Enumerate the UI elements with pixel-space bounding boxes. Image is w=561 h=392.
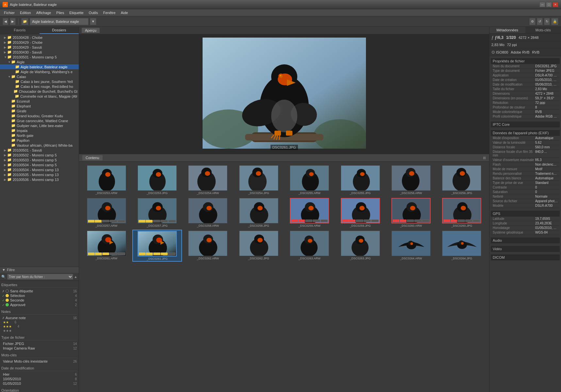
filter-row-no-keyword[interactable]: Valeur Mots-clés inexistante 26 xyxy=(1,359,77,364)
thumb-DSC0260-ARW[interactable]: _DSC0260.ARW xyxy=(386,197,436,228)
thumb-DSC0254-ARW[interactable]: _DSC0254.ARW xyxy=(183,164,233,196)
sort-dropdown[interactable]: Trier par Nom du fichier : xyxy=(7,274,73,280)
filter-row-hier[interactable]: Hier 6 xyxy=(1,372,77,377)
folder-tree[interactable]: ▶ 📁 20100428 - Chobe ▶ 📁 20100429 - Chob… xyxy=(0,34,79,267)
tree-item-bateleur[interactable]: 📁 Aigle bateleur, Bateleur eagle xyxy=(0,64,79,69)
filter-row-date1[interactable]: 10/05/2010 8 xyxy=(1,377,77,381)
tree-item-calao-jaune[interactable]: 📁 Calao à bec jaune, Southern Yell xyxy=(0,79,79,84)
filter-row-no-label[interactable]: ✗ Sans étiquette 16 xyxy=(1,289,77,293)
filter-row-seconde[interactable]: ✓ Seconde 4 xyxy=(1,298,77,302)
menu-outils[interactable]: Outils xyxy=(86,10,101,15)
thumb-DSC0263-ARW[interactable]: _DSC0263.ARW xyxy=(285,230,334,262)
thumb-DSC0254-JPG[interactable]: _DSC0254.JPG xyxy=(234,164,283,196)
tree-item-chobe1[interactable]: ▶ 📁 20100428 - Chobe xyxy=(0,35,79,40)
tree-item-moremi5[interactable]: ▶ 📁 20100504 - Moremi camp 13 xyxy=(0,167,79,172)
tree-item-calao[interactable]: ▼ 📁 Calao xyxy=(0,74,79,79)
menu-aide[interactable]: Aide xyxy=(118,10,131,15)
thumb-DSC0264-ARW[interactable]: _DSC0264.ARW xyxy=(386,230,436,262)
filter-row-2stars[interactable]: ★★ 6 xyxy=(1,320,77,324)
menu-fenetre[interactable]: Fenêtre xyxy=(101,10,118,15)
thumb-DSC0260-JPG[interactable]: _DSC0260.JPG xyxy=(437,197,487,228)
tree-item-papillon[interactable]: 📁 Papillon xyxy=(0,138,79,143)
thumb-DSC0258-ARW[interactable]: _DSC0258.ARW xyxy=(183,197,233,228)
toolbar-btn-3[interactable]: ↻ xyxy=(544,18,550,25)
tree-item-choucador[interactable]: 📁 Choucador de Burchell, Burchell's Gl xyxy=(0,89,79,94)
menu-fichier[interactable]: Fichier xyxy=(1,10,17,15)
thumb-DSC0264-JPG[interactable]: _DSC0264.JPG xyxy=(437,230,487,262)
path-dropdown-button[interactable]: ▼ xyxy=(90,18,96,25)
tree-item-moremi1[interactable]: ▼ 📁 20100501 - Moremi camp 5 xyxy=(0,55,79,59)
tree-item-savuti3[interactable]: ▶ 📁 20100501 - Savuti xyxy=(0,148,79,153)
filter-row-raw[interactable]: Image Camera Raw 12 xyxy=(1,346,77,351)
tree-item-moremi6[interactable]: ▶ 📁 20100505 - Moremi camp 13 xyxy=(0,172,79,177)
meta-header-properties[interactable]: Propriétés de fichier xyxy=(491,58,560,64)
thumb-DSC0262-JPG[interactable]: _DSC0262.JPG xyxy=(234,230,283,262)
thumb-DSC0257-JPG[interactable]: _DSC0257.JPG xyxy=(132,197,182,228)
thumb-DSC0259-ARW[interactable]: _DSC0259.ARW xyxy=(285,197,334,228)
tree-item-kudu[interactable]: 📁 Grand koudou, Greater Kudu xyxy=(0,113,79,118)
tree-item-moremi3[interactable]: ▶ 📁 20100503 - Moremi camp 5 xyxy=(0,157,79,162)
minimize-button[interactable]: ─ xyxy=(539,2,545,7)
forward-button[interactable]: ▶ xyxy=(10,18,16,25)
thumb-DSC0258-JPG[interactable]: _DSC0258.JPG xyxy=(234,197,283,228)
tree-item-chobe2[interactable]: ▶ 📁 20100429 - Chobe xyxy=(0,40,79,45)
filter-row-approuve[interactable]: ✓ Approuvé 2 xyxy=(1,302,77,307)
thumb-DSC0253-ARW[interactable]: _DSC0253.ARW xyxy=(82,164,131,196)
preview-tab[interactable]: Aperçu xyxy=(82,28,100,33)
content-tab-label[interactable]: Contenu xyxy=(82,155,103,160)
thumb-DSC0262-ARW[interactable]: _DSC0262.ARW xyxy=(183,230,233,262)
toolbar-btn-1[interactable]: ⚙ xyxy=(529,18,536,25)
menu-etiquette[interactable]: Etiquette xyxy=(67,10,86,15)
sort-direction-icon[interactable]: ▲ xyxy=(74,275,77,279)
filter-row-jpeg[interactable]: Fichier JPEG 14 xyxy=(1,341,77,346)
tree-item-impala[interactable]: 📁 Impala xyxy=(0,128,79,133)
tree-item-moremi4[interactable]: ▶ 📁 20100504 - Moremi camp 5 xyxy=(0,162,79,167)
thumb-DSC0256-JPG[interactable]: _DSC0256.JPG xyxy=(437,164,487,196)
filter-row-3stars-2[interactable]: ★★★ xyxy=(1,329,77,333)
maximize-button[interactable]: □ xyxy=(546,2,552,7)
tab-metadata[interactable]: Métadonnées xyxy=(489,27,525,33)
toolbar-btn-2[interactable]: ↺ xyxy=(537,18,543,25)
tree-item-corvinelle[interactable]: 📁 Corvinelle noir et blanc, Magpie (Afr xyxy=(0,94,79,99)
filter-row-3stars[interactable]: ★★★ 4 xyxy=(1,324,77,329)
meta-header-dicom[interactable]: DICOM xyxy=(491,254,560,260)
thumb-DSC0253-JPG[interactable]: _DSC0253.JPG xyxy=(132,164,182,196)
tree-item-grue[interactable]: 📁 Grue caronculée, Wattled Crane xyxy=(0,118,79,123)
filter-header[interactable]: ▼ Filtre xyxy=(0,267,79,273)
collapse-icon[interactable]: ⊠ xyxy=(483,156,486,160)
tree-item-guepier[interactable]: 📁 Guêpier nain, Little bee-eater xyxy=(0,123,79,128)
tree-item-girafe[interactable]: 📁 Girafe xyxy=(0,108,79,113)
thumb-DSC0259-JPG[interactable]: _DSC0259.JPG xyxy=(336,197,385,228)
content-area[interactable]: Contenu ⊠ _DSC0253.ARW xyxy=(79,154,489,392)
back-button[interactable]: ◀ xyxy=(3,18,8,25)
tree-item-aigle[interactable]: ▼ 📁 Aigle xyxy=(0,59,79,64)
filter-row-selection[interactable]: ✓ Sélection 4 xyxy=(1,293,77,298)
tree-item-calao-rouge[interactable]: 📁 Calao à bec rouge, Red-billed ho xyxy=(0,84,79,89)
close-button[interactable]: ✕ xyxy=(553,2,558,7)
filter-row-no-note[interactable]: ✗ Aucune note 16 xyxy=(1,316,77,320)
meta-header-exif[interactable]: Données de l'appareil photo (EXIF) xyxy=(491,130,560,136)
menu-edition[interactable]: Edition xyxy=(17,10,34,15)
tree-item-savuti2[interactable]: ▶ 📁 20100430 - Savuti xyxy=(0,50,79,55)
filter-row-date2[interactable]: 01/05/2010 12 xyxy=(1,381,77,386)
tab-dossiers[interactable]: Dossiers xyxy=(40,27,79,34)
meta-header-iptc[interactable]: IPTC Core xyxy=(491,122,560,127)
thumb-DSC0256-ARW[interactable]: _DSC0256.ARW xyxy=(386,164,436,196)
tab-mots-cles[interactable]: Mots-clés xyxy=(525,27,561,33)
tree-item-moremi2[interactable]: ▶ 📁 20100502 - Moremi camp 5 xyxy=(0,153,79,157)
tree-item-ecureuil[interactable]: 📁 Ecureuil xyxy=(0,99,79,104)
thumb-DSC0257-ARW[interactable]: _DSC0257.ARW xyxy=(82,197,131,228)
thumb-DSC0263-JPG[interactable]: _DSC0263.JPG xyxy=(336,230,385,262)
tree-item-vautour[interactable]: 📁 Vautour africain, (African) White-ba xyxy=(0,143,79,148)
meta-header-audio[interactable]: Audio xyxy=(491,237,560,243)
meta-header-video[interactable]: Vidéo xyxy=(491,246,560,252)
thumb-DSC0255-JPG[interactable]: _DSC0255.JPG xyxy=(336,164,385,196)
thumb-DSC0261-JPG[interactable]: _DSC0261.JPG xyxy=(132,230,182,262)
menu-affichage[interactable]: Affichage xyxy=(34,10,54,15)
tree-item-elephant[interactable]: 📁 Elephant xyxy=(0,104,79,108)
meta-header-gps[interactable]: GPS xyxy=(491,211,560,217)
tree-item-savuti1[interactable]: ▶ 📁 20100429 - Savuti xyxy=(0,45,79,50)
tree-item-wahlberg[interactable]: 📁 Aigle de Wahlberg, Wahlberg's e xyxy=(0,69,79,74)
tree-item-north-gate[interactable]: 📁 North gate xyxy=(0,133,79,138)
thumb-DSC0261-ARW[interactable]: _DSC0261.ARW xyxy=(82,230,131,262)
